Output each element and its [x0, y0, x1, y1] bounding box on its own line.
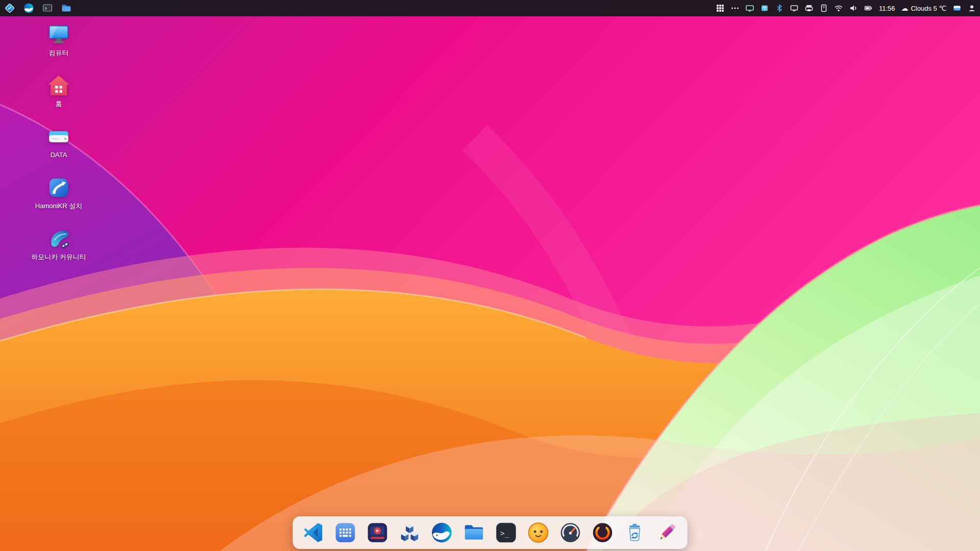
panel-tray: 11:56 ☁ Clouds 5 ℃ [716, 4, 976, 13]
desktop-icon-label: DATA [51, 152, 67, 159]
cloud-icon: ☁ [901, 4, 908, 12]
app-grid-icon[interactable] [716, 4, 725, 13]
top-panel: 11:56 ☁ Clouds 5 ℃ [0, 0, 980, 16]
desktop-icon-computer[interactable]: 컴퓨터 [28, 22, 90, 73]
drive-icon [46, 124, 71, 149]
dock-trash-icon[interactable] [623, 520, 647, 545]
whale-browser-icon[interactable] [23, 3, 34, 14]
weather-applet[interactable]: ☁ Clouds 5 ℃ [901, 4, 946, 12]
terminal-launcher-icon[interactable] [42, 3, 53, 14]
community-icon [46, 227, 71, 251]
dock-terminal-icon[interactable]: >_ [494, 520, 519, 545]
desktop-wallpaper [0, 0, 980, 551]
installer-icon [46, 176, 71, 200]
desktop-icon-data[interactable]: DATA [28, 124, 90, 176]
desktop-icon-community[interactable]: 하모니카 커뮤니티 [28, 227, 90, 278]
dock-system-monitor-icon[interactable] [558, 520, 583, 545]
desktop-icon-label: 하모니카 커뮤니티 [31, 254, 86, 261]
user-account-icon[interactable] [967, 4, 976, 13]
desktop-icon-column: 컴퓨터 홈 DATA [28, 22, 90, 278]
dock-power-icon[interactable] [591, 520, 615, 545]
dock-vscode-icon[interactable] [301, 520, 326, 545]
panel-launchers [4, 3, 72, 14]
hamonikr-menu-icon[interactable] [4, 3, 15, 14]
bluetooth-icon[interactable] [775, 4, 784, 13]
desktop-icon-label: 홈 [56, 101, 62, 108]
dock-whale-browser-icon[interactable] [430, 520, 454, 545]
volume-icon[interactable] [849, 4, 858, 13]
dock-packages-icon[interactable] [398, 520, 422, 545]
card-reader-icon[interactable] [820, 4, 828, 13]
dock: >_ [293, 516, 688, 549]
input-method-icon[interactable] [761, 4, 769, 13]
dock-text-editor-icon[interactable] [655, 520, 679, 545]
home-icon [46, 73, 71, 98]
file-manager-icon[interactable] [61, 3, 72, 14]
screen-share-icon[interactable] [746, 4, 754, 13]
dock-assistant-icon[interactable] [526, 520, 551, 545]
clock[interactable]: 11:56 [879, 5, 895, 12]
printer-icon[interactable] [805, 4, 814, 13]
display-icon[interactable] [790, 4, 799, 13]
wifi-icon[interactable] [835, 4, 843, 13]
computer-icon [46, 22, 71, 47]
terminal-prompt-glyph: >_ [500, 529, 509, 538]
dock-files-icon[interactable] [462, 520, 486, 545]
weather-text: Clouds 5 ℃ [911, 5, 946, 12]
desktop-icon-label: HamoniKR 설치 [35, 203, 82, 210]
overflow-dots-icon[interactable] [731, 4, 740, 13]
desktop-icon-installer[interactable]: HamoniKR 설치 [28, 176, 90, 227]
battery-icon[interactable] [864, 4, 873, 13]
dock-video-player-icon[interactable] [365, 520, 390, 545]
dock-keyboard-icon[interactable] [333, 520, 358, 545]
desktop-icon-home[interactable]: 홈 [28, 73, 90, 124]
desktop-icon-label: 컴퓨터 [49, 49, 69, 57]
keyboard-layout-icon[interactable] [952, 4, 961, 13]
